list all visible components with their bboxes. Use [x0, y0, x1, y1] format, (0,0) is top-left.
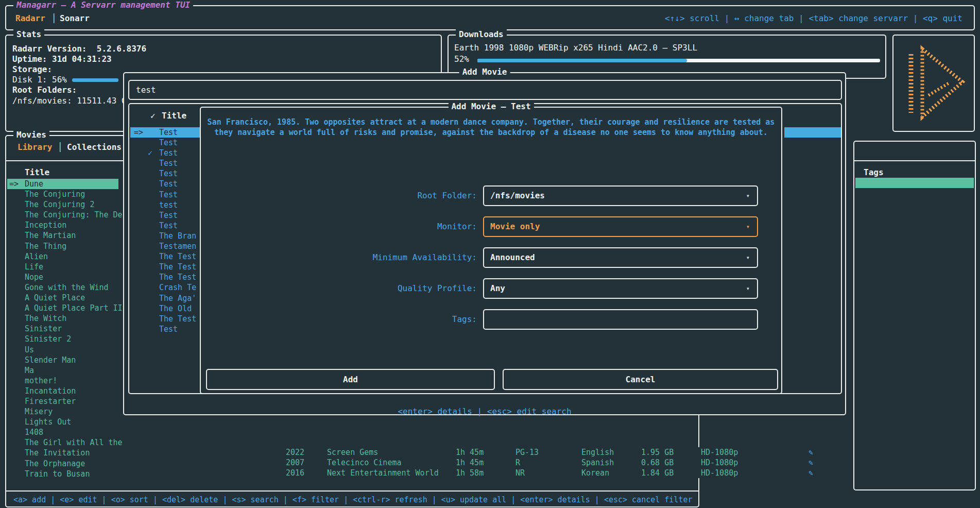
movie-row[interactable]: Inception: [7, 220, 118, 230]
movie-row[interactable]: The Invitation: [7, 448, 118, 458]
movie-row[interactable]: The Girl with All the: [7, 437, 118, 448]
add-movie-form-popup: Add Movie – Test San Francisco, 1985. Tw…: [200, 107, 782, 394]
movie-row[interactable]: The Martian: [7, 230, 118, 241]
root-folder-dropdown[interactable]: /nfs/movies ▾: [483, 185, 758, 206]
quality-profile-dropdown[interactable]: Any ▾: [483, 278, 758, 299]
movie-quality: HD-1080p: [701, 468, 779, 478]
movie-row[interactable]: Firestarter: [7, 396, 118, 407]
result-title: Test: [159, 179, 178, 189]
tags-input[interactable]: [483, 309, 758, 330]
movie-title: Slender Man: [25, 355, 76, 365]
stats-disk-label: Disk 1: 56%: [12, 75, 67, 84]
movie-title: The Orphanage: [25, 459, 85, 468]
stats-version: Radarr Version: 5.2.6.8376: [12, 44, 146, 54]
movie-row[interactable]: The Orphanage: [7, 459, 118, 469]
movie-row[interactable]: A Quiet Place: [7, 293, 118, 303]
minimum-availability-dropdown[interactable]: Announced ▾: [483, 247, 758, 268]
movie-row[interactable]: Alien: [7, 251, 118, 262]
description-line-1: San Francisco, 1985. Two opposites attra…: [201, 117, 781, 127]
movie-row[interactable]: 1408: [7, 427, 118, 437]
search-result-row[interactable]: Testamen: [130, 241, 203, 251]
download-percent: 52%: [454, 54, 469, 64]
search-result-row[interactable]: =>Test: [130, 127, 203, 138]
movie-size: 1.95 GB: [641, 447, 701, 458]
download-item[interactable]: Earth 1998 1080p WEBRip x265 Hindi AAC2.…: [454, 43, 697, 53]
search-result-row[interactable]: Test: [130, 210, 203, 221]
search-result-row[interactable]: The Test: [130, 262, 203, 272]
search-result-row[interactable]: Test: [130, 179, 203, 189]
search-result-row[interactable]: Test: [130, 324, 203, 334]
chevron-down-icon: ▾: [746, 187, 750, 205]
movie-row[interactable]: The Thing: [7, 241, 118, 251]
movie-search-input[interactable]: test: [128, 80, 842, 100]
popup-title: Add Movie – Test: [448, 101, 534, 111]
search-result-row[interactable]: The Old: [130, 303, 203, 314]
movie-title: Sinister 2: [25, 334, 71, 344]
movie-row[interactable]: Sinister 2: [7, 334, 118, 344]
movie-row[interactable]: The Conjuring 2: [7, 199, 118, 210]
add-button[interactable]: Add: [206, 369, 495, 390]
search-result-row[interactable]: Crash Te: [130, 282, 203, 293]
tab-collections[interactable]: Collections: [67, 142, 122, 152]
result-title: test: [159, 200, 178, 210]
movie-detail-row[interactable]: 2016 Next Entertainment World 1h 58m NR …: [286, 468, 813, 478]
cancel-button[interactable]: Cancel: [503, 369, 778, 390]
movie-quality: HD-1080p: [701, 447, 779, 458]
search-result-row[interactable]: Test: [130, 138, 203, 148]
movie-size: 1.84 GB: [641, 468, 701, 478]
movie-row[interactable]: Slender Man: [7, 355, 118, 365]
movie-row[interactable]: Nope: [7, 272, 118, 282]
movie-row[interactable]: Ma: [7, 365, 118, 376]
movie-row[interactable]: The Witch: [7, 313, 118, 324]
tags-panel: Tags: [853, 141, 976, 490]
movie-year: 2007: [286, 458, 327, 468]
movies-footer-separator: [6, 490, 698, 492]
search-result-row[interactable]: The Test: [130, 251, 203, 262]
movies-title: Movies: [13, 130, 49, 140]
tab-sonarr[interactable]: Sonarr: [60, 13, 90, 23]
movie-row[interactable]: Gone with the Wind: [7, 282, 118, 293]
search-result-row[interactable]: ✓Test: [130, 148, 203, 158]
movie-title: A Quiet Place: [25, 293, 85, 302]
movie-title: The Conjuring: [25, 190, 85, 199]
movie-row[interactable]: Incantation: [7, 386, 118, 396]
minimum-availability-value: Announced: [490, 248, 535, 267]
movie-row[interactable]: Lights Out: [7, 417, 118, 427]
movie-row[interactable]: Sinister: [7, 324, 118, 334]
movie-row[interactable]: Misery: [7, 407, 118, 417]
movie-row[interactable]: A Quiet Place Part II: [7, 303, 118, 313]
search-result-row[interactable]: Test: [130, 190, 203, 200]
search-result-row[interactable]: Test: [130, 158, 203, 168]
result-title: Test: [159, 221, 178, 230]
movie-detail-row[interactable]: 2022 Screen Gems 1h 45m PG-13 English 1.…: [286, 447, 813, 458]
managarr-play-logo: [902, 45, 969, 122]
search-result-list: =>TestTest✓TestTestTestTestTesttestTestT…: [130, 127, 203, 334]
movie-row[interactable]: Train to Busan: [7, 469, 118, 479]
movie-detail-row[interactable]: 2007 Telecinco Cinema 1h 45m R Spanish 0…: [286, 458, 813, 468]
movie-row[interactable]: The Conjuring: The De: [7, 210, 118, 220]
search-result-row[interactable]: The Aga': [130, 293, 203, 303]
search-result-row[interactable]: Test: [130, 221, 203, 231]
tab-radarr[interactable]: Radarr: [15, 13, 45, 23]
search-result-row[interactable]: The Test: [130, 272, 203, 282]
search-result-row[interactable]: test: [130, 200, 203, 210]
movie-row[interactable]: The Conjuring: [7, 189, 118, 199]
download-progress-fill: [477, 59, 687, 62]
movie-language: Spanish: [581, 458, 641, 468]
movie-row[interactable]: mother!: [7, 376, 118, 386]
movie-runtime: 1h 45m: [456, 447, 515, 458]
search-result-row[interactable]: The Test: [130, 314, 203, 324]
monitor-dropdown[interactable]: Movie only ▾: [483, 216, 758, 237]
search-result-row[interactable]: Test: [130, 168, 203, 179]
result-title: The Old: [159, 304, 192, 313]
quality-profile-value: Any: [490, 279, 505, 298]
stats-rootfolder-value: /nfs/movies: 11511.43 GB: [12, 96, 131, 106]
search-result-row[interactable]: The Bran: [130, 231, 203, 241]
checkmark-icon: ✓: [148, 148, 159, 158]
add-movie-modal-title: Add Movie: [459, 67, 510, 77]
movie-row[interactable]: Life: [7, 262, 118, 272]
movie-row[interactable]: Us: [7, 345, 118, 355]
movie-row[interactable]: =>Dune: [7, 179, 118, 189]
minimum-availability-label: Minimum Availability:: [201, 252, 477, 263]
tab-library[interactable]: Library: [18, 142, 52, 152]
